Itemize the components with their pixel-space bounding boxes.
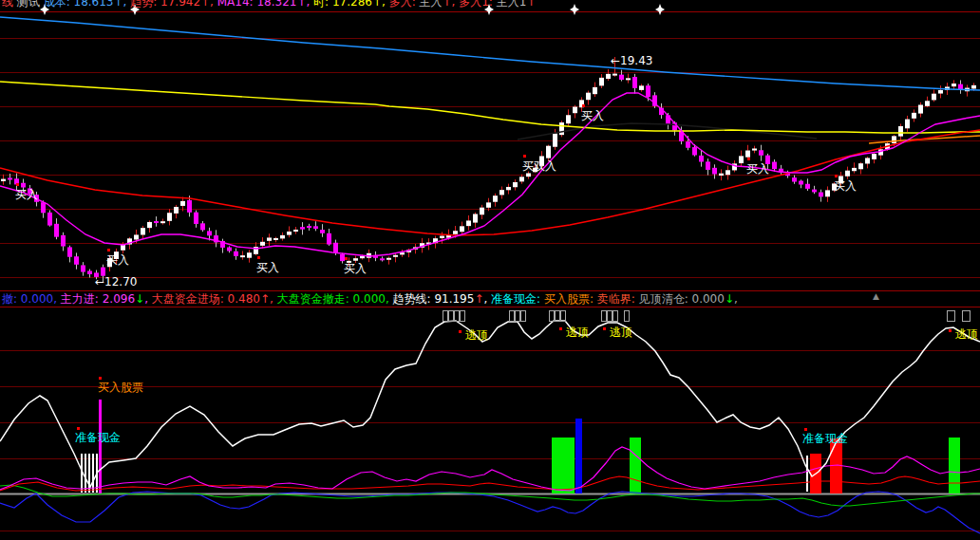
indicator-token: , (483, 292, 491, 306)
candlestick (825, 190, 830, 196)
escape-top-label: 逃顶 (955, 328, 978, 340)
candlestick (234, 251, 238, 256)
candlestick (473, 214, 478, 222)
candlestick (486, 202, 491, 207)
volume-bar-white (806, 456, 808, 492)
chart-canvas[interactable] (0, 0, 980, 540)
indicator-token: 多入: (389, 0, 420, 9)
scroll-up-arrow[interactable]: ▲ (873, 292, 879, 301)
escape-top-label: 逃顶 (465, 329, 488, 341)
buy-signal-label: 买入 (344, 263, 367, 274)
candlestick (493, 196, 498, 202)
candlestick (273, 238, 278, 240)
candlestick (460, 226, 464, 232)
buy-signal-label: 买入 (106, 254, 129, 266)
glyph-box-marker (608, 311, 612, 322)
candlestick (526, 173, 531, 177)
candlestick (925, 101, 930, 106)
candlestick (41, 202, 46, 213)
signal-dot (459, 330, 462, 333)
candlestick (194, 213, 198, 224)
candlestick (719, 174, 724, 176)
volume-bar-blue (575, 419, 582, 493)
candlestick (81, 265, 85, 271)
candlestick (360, 256, 365, 259)
indicator-token: ↓ (725, 292, 734, 306)
candlestick (300, 227, 305, 229)
signal-dot (603, 327, 606, 330)
candlestick (400, 252, 405, 254)
candlestick (792, 177, 797, 181)
glyph-box-marker (510, 311, 515, 322)
candlestick (519, 177, 524, 181)
buy-signal-label: 买入 (256, 262, 279, 273)
candlestick (307, 226, 311, 228)
hatch-bar (92, 454, 94, 493)
candlestick (54, 224, 59, 237)
candlestick (174, 207, 179, 214)
indicator-token: ↑, (442, 0, 459, 9)
candlestick (706, 161, 710, 170)
candlestick (952, 84, 956, 86)
buy-stock-label: 买入股票 (98, 382, 143, 393)
upper-info-bar: 线 测试 成本: 18.613↑, 趋势: 17.942↑, MA14: 18.… (2, 0, 536, 9)
candlestick (506, 187, 511, 190)
glyph-box-marker (948, 311, 955, 322)
candlestick (852, 168, 857, 171)
indicator-token: , (270, 292, 277, 306)
candlestick (287, 232, 292, 235)
candlestick (87, 270, 92, 274)
indicator-token: 趋势: 17.942↑, (130, 0, 217, 9)
glyph-box-marker (561, 311, 566, 322)
indicator-token: 主入1 (497, 0, 527, 9)
buy-signal-label: 买入 (834, 180, 857, 192)
candlestick (227, 248, 232, 251)
indicator-token: 撤: 0.000, (2, 292, 61, 306)
sell-flag-icon (655, 4, 665, 15)
candlestick (154, 221, 159, 223)
candlestick (612, 74, 617, 76)
candlestick (845, 171, 850, 177)
candlestick (646, 85, 650, 97)
candlestick (559, 122, 564, 135)
signal-dot (345, 257, 348, 260)
candlestick (207, 231, 212, 235)
candlestick (160, 221, 165, 223)
signal-dot (523, 155, 526, 158)
prepare-cash-label: 准备现金 (802, 433, 848, 444)
glyph-box-marker (461, 311, 465, 322)
indicator-token: MA14: 18.321↑, (217, 0, 313, 9)
candlestick (858, 163, 863, 169)
candlestick (686, 141, 690, 148)
candlestick (333, 243, 338, 253)
candlestick (353, 258, 358, 261)
candlestick (626, 78, 631, 80)
buy-signal-label: 买入 (746, 163, 769, 175)
volume-bar-green (630, 438, 641, 493)
candlestick (905, 120, 910, 129)
candlestick (712, 168, 717, 175)
signal-dot (747, 158, 750, 160)
indicator-token: 线 (2, 0, 17, 9)
signal-dot (559, 327, 562, 330)
glyph-box-marker (516, 311, 520, 322)
candlestick (260, 242, 265, 246)
ma-line-orange (869, 136, 980, 143)
candlestick (1, 179, 6, 181)
candlestick (47, 213, 52, 226)
candlestick (8, 177, 12, 179)
signal-dot (835, 175, 838, 177)
candlestick (480, 208, 484, 215)
candlestick (872, 154, 876, 159)
indicator-token: 准备现金: (491, 292, 544, 306)
candlestick (240, 255, 245, 257)
candlestick (932, 94, 936, 101)
candlestick (167, 213, 172, 221)
signal-dot (107, 249, 110, 251)
indicator-token: 趋势线: 91.195 (393, 292, 475, 306)
candlestick (386, 258, 391, 260)
candlestick (752, 148, 757, 150)
candlestick (639, 85, 644, 90)
buy-stock-signal-line (99, 400, 102, 493)
candlestick (327, 233, 331, 245)
